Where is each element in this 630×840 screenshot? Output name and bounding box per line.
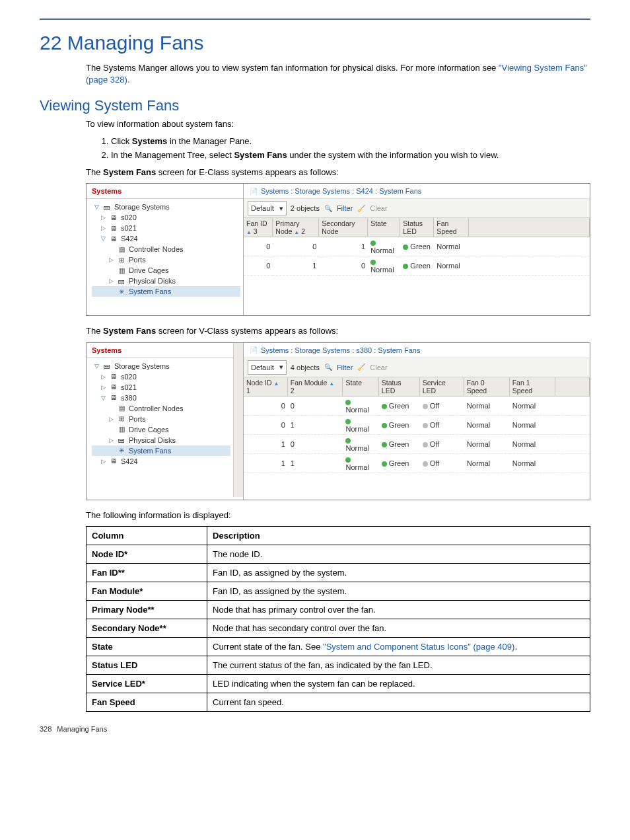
col-state[interactable]: State xyxy=(343,377,378,397)
tree-ports[interactable]: ▷⊞Ports xyxy=(92,254,240,265)
caption-e-a: The xyxy=(86,167,103,177)
col-fan0-speed[interactable]: Fan 0 Speed xyxy=(464,377,510,397)
col-fan1-speed[interactable]: Fan 1 Speed xyxy=(510,377,555,397)
tree-node-s020[interactable]: ▷🖥s020 xyxy=(92,212,240,223)
col-fan-speed[interactable]: Fan Speed xyxy=(434,218,468,237)
nodes-icon: ▤ xyxy=(117,245,126,254)
table-row[interactable]: 1 0 Normal Green Off Normal Normal xyxy=(244,435,590,454)
view-combo[interactable]: Default▾ xyxy=(248,201,287,215)
page-footer: 328Managing Fans xyxy=(40,725,590,733)
svc-dot-icon xyxy=(423,461,428,467)
disks-icon: 🖴 xyxy=(117,276,126,286)
cell-f0: Normal xyxy=(464,454,510,473)
expand-icon[interactable]: ▷ xyxy=(108,416,114,422)
caption-e-b: System Fans xyxy=(103,167,156,177)
col-fan-id[interactable]: Fan ID ▲ 3 xyxy=(244,218,273,237)
expand-icon[interactable]: ▷ xyxy=(108,256,114,263)
step-2c: under the system with the information yo… xyxy=(287,150,499,160)
sort-icon: ▲ xyxy=(294,229,299,235)
desc-col: Service LED* xyxy=(87,675,207,693)
tree-label: s020 xyxy=(121,213,137,221)
expand-icon[interactable]: ▽ xyxy=(100,235,106,242)
desc-col: Secondary Node** xyxy=(87,619,207,638)
tree-scrollbar[interactable] xyxy=(233,343,243,497)
step-2a: In the Management Tree, select xyxy=(111,150,234,160)
table-row[interactable]: 0 1 0 Normal Green Normal xyxy=(244,256,590,276)
tree-node-s380[interactable]: ▽🖥s380 xyxy=(92,393,230,403)
step-1a: Click xyxy=(111,136,132,146)
fans-icon: ✳ xyxy=(117,287,126,296)
tree-root[interactable]: ▽🖴Storage Systems xyxy=(92,361,230,371)
tree-node-s424[interactable]: ▽🖥S424 xyxy=(92,233,240,244)
filter-link[interactable]: Filter xyxy=(337,363,353,371)
tree-system-fans[interactable]: ✳System Fans xyxy=(92,445,230,456)
tree-node-s424[interactable]: ▷🖥S424 xyxy=(92,456,230,467)
col-primary-node[interactable]: Primary Node ▲ 2 xyxy=(273,218,319,237)
system-icon: 🖥 xyxy=(109,383,118,392)
expand-icon[interactable]: ▷ xyxy=(100,225,106,231)
cell-node-id: 0 xyxy=(244,397,288,416)
desc-val: The current status of the fan, as indica… xyxy=(207,656,590,675)
caption-v-a: The xyxy=(86,326,103,336)
expand-icon[interactable]: ▷ xyxy=(100,373,106,380)
table-row[interactable]: 0 1 Normal Green Off Normal Normal xyxy=(244,416,590,435)
col-state[interactable]: State xyxy=(368,218,400,237)
tree-label: Drive Cages xyxy=(129,426,169,434)
clear-link[interactable]: Clear xyxy=(370,363,387,371)
expand-icon[interactable]: ▷ xyxy=(100,384,106,391)
clear-icon: 🧹 xyxy=(357,204,366,213)
systems-tree: ▽🖴Storage Systems ▷🖥s020 ▷🖥s021 ▽🖥s380 ▤… xyxy=(87,358,233,469)
col-secondary-node[interactable]: Secondary Node xyxy=(319,218,368,237)
step-1b: Systems xyxy=(132,136,167,146)
tree-physical-disks[interactable]: ▷🖴Physical Disks xyxy=(92,276,240,286)
cell-fan-id: 0 xyxy=(244,256,273,276)
col-status-led[interactable]: Status LED xyxy=(400,218,434,237)
col-status-led[interactable]: Status LED xyxy=(379,377,420,397)
cell-fan-module: 0 xyxy=(288,435,343,454)
expand-icon[interactable]: ▽ xyxy=(100,395,106,401)
tree-node-s020[interactable]: ▷🖥s020 xyxy=(92,371,230,382)
systems-panel-title: Systems xyxy=(87,184,243,199)
table-row[interactable]: 1 1 Normal Green Off Normal Normal xyxy=(244,454,590,473)
disks-icon: 🖴 xyxy=(117,436,126,445)
tree-ports[interactable]: ▷⊞Ports xyxy=(92,414,230,424)
tree-node-s021[interactable]: ▷🖥s021 xyxy=(92,382,230,393)
filter-link[interactable]: Filter xyxy=(337,204,353,212)
tree-drive-cages[interactable]: ▥Drive Cages xyxy=(92,424,230,435)
expand-icon[interactable]: ▽ xyxy=(93,363,100,369)
expand-icon[interactable]: ▷ xyxy=(108,437,114,443)
tree-physical-disks[interactable]: ▷🖴Physical Disks xyxy=(92,435,230,445)
view-combo[interactable]: Default▾ xyxy=(248,360,287,375)
description-table: Column Description Node ID*The node ID. … xyxy=(86,526,590,712)
tree-controller-nodes[interactable]: ▤Controller Nodes xyxy=(92,244,240,254)
col-service-led[interactable]: Service LED xyxy=(420,377,464,397)
tree-node-s021[interactable]: ▷🖥s021 xyxy=(92,223,240,233)
clear-link[interactable]: Clear xyxy=(370,204,387,212)
status-icons-link[interactable]: "System and Component Status Icons" (pag… xyxy=(323,642,514,652)
object-count: 2 objects xyxy=(291,204,320,212)
table-row[interactable]: 0 0 1 Normal Green Normal xyxy=(244,237,590,256)
cell-fan-module: 0 xyxy=(288,397,343,416)
cell-node-id: 0 xyxy=(244,416,288,435)
tree-label: s021 xyxy=(121,224,137,232)
system-icon: 🖥 xyxy=(109,372,118,381)
intro-paragraph: The Systems Manger allows you to view sy… xyxy=(86,62,590,85)
tree-controller-nodes[interactable]: ▤Controller Nodes xyxy=(92,403,230,414)
tree-root[interactable]: ▽🖴Storage Systems xyxy=(92,202,240,212)
cell-speed: Normal xyxy=(434,256,468,276)
table-row[interactable]: 0 0 Normal Green Off Normal Normal xyxy=(244,397,590,416)
expand-icon[interactable]: ▷ xyxy=(100,214,106,221)
expand-icon[interactable]: ▽ xyxy=(93,204,100,210)
col-fan-module[interactable]: Fan Module ▲ 2 xyxy=(288,377,343,397)
system-icon: 🖥 xyxy=(109,213,118,222)
desc-col: Fan Speed xyxy=(87,693,207,712)
cell-state: Normal xyxy=(343,416,378,435)
cell-f0: Normal xyxy=(464,416,510,435)
expand-icon[interactable]: ▷ xyxy=(100,458,106,465)
cell-node-id: 1 xyxy=(244,435,288,454)
tree-drive-cages[interactable]: ▥Drive Cages xyxy=(92,265,240,276)
expand-icon[interactable]: ▷ xyxy=(108,278,114,284)
tree-label: S424 xyxy=(121,457,138,465)
tree-system-fans[interactable]: ✳System Fans xyxy=(92,286,240,297)
col-node-id[interactable]: Node ID ▲ 1 xyxy=(244,377,288,397)
